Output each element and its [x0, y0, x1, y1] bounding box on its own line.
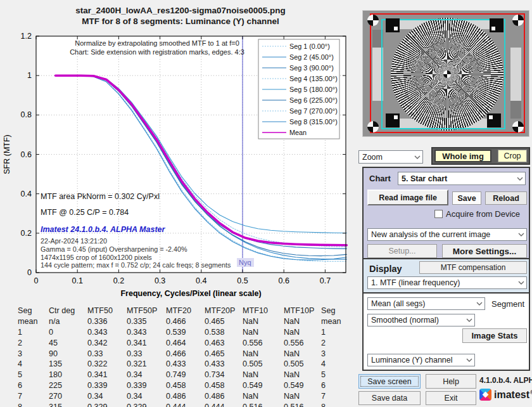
- table-cell: 1: [18, 327, 49, 338]
- segment-select[interactable]: Mean (all segs): [367, 297, 485, 310]
- legend-label: Seg 3 (90.00°): [289, 64, 334, 72]
- y-tick-label: 1: [27, 71, 32, 80]
- analysis-detail: 1474x1195 crop of 1600x1200 pixels: [41, 254, 152, 261]
- x-tick-label: 0.5: [237, 276, 248, 285]
- table-cell: 0.343: [127, 327, 166, 338]
- save-screen-button[interactable]: Save screen: [358, 374, 421, 389]
- table-cell: 0.321: [127, 359, 166, 370]
- display-panel: Display MTF compensation 1. MTF (linear …: [362, 259, 530, 294]
- table-cell: 0.343: [87, 327, 127, 338]
- x-tick-label: 0.4: [196, 276, 206, 285]
- table-header-cell: Seg: [321, 306, 346, 316]
- table-cell: 0.433: [166, 359, 205, 370]
- corner-fiducial-icon: [512, 15, 524, 26]
- registration-mark: [386, 18, 400, 32]
- legend-label: Seg 8 (315.00°): [289, 118, 338, 126]
- table-row: 3900.330.330.4660.465NaNNaN3: [18, 348, 346, 359]
- image-stats-button[interactable]: Image Stats: [462, 328, 527, 343]
- table-row: 100.3430.3430.5390.538NaNNaN1: [18, 327, 346, 338]
- table-row: 83150.3290.3290.4440.4440.5160.5168: [18, 401, 346, 407]
- y-tick-label: 0.8: [21, 110, 32, 119]
- display-mode-select[interactable]: 1. MTF (linear frequency): [367, 276, 527, 289]
- table-row: 2450.3420.3410.4640.4630.5560.5562: [18, 337, 346, 348]
- table-cell: 0.556: [243, 337, 284, 348]
- chevron-down-icon: [515, 177, 525, 181]
- table-cell: mean: [321, 316, 346, 327]
- table-cell: mean: [18, 316, 49, 327]
- table-cell: 0.466: [166, 348, 205, 359]
- analysis-mode-select[interactable]: New analysis of the current image: [367, 228, 527, 241]
- table-cell: 0.466: [166, 316, 205, 327]
- table-cell: NaN: [243, 327, 284, 338]
- table-cell: 0.329: [87, 401, 127, 407]
- table-cell: 1: [321, 327, 346, 338]
- read-image-file-button[interactable]: Read image file: [367, 190, 448, 205]
- table-cell: 315: [49, 401, 87, 407]
- registration-mark: [487, 113, 501, 127]
- table-cell: 0.486: [166, 391, 205, 401]
- table-cell: 0.539: [166, 327, 205, 338]
- table-cell: 6: [321, 380, 346, 391]
- table-cell: 270: [49, 391, 87, 401]
- save-data-button[interactable]: Save data: [358, 391, 421, 405]
- normalize-note: Normalize by extrapolating smoothed MTF …: [75, 39, 239, 47]
- table-cell: NaN: [243, 370, 284, 380]
- table-cell: 0.556: [284, 337, 321, 348]
- legend-label: Seg 7 (270.00°): [289, 107, 338, 115]
- table-cell: 5: [321, 370, 346, 380]
- more-settings-button[interactable]: More Settings...: [442, 244, 527, 258]
- table-cell: 0.465: [205, 348, 243, 359]
- table-cell: NaN: [284, 327, 321, 338]
- table-cell: 45: [49, 337, 87, 348]
- table-cell: 0.458: [205, 380, 243, 391]
- table-cell: 0.444: [166, 401, 205, 407]
- table-cell: 0.505: [243, 359, 284, 370]
- table-cell: 0.34: [127, 391, 166, 401]
- chart-type-select[interactable]: 5. Star chart: [398, 172, 526, 185]
- zoom-select[interactable]: Zoom: [358, 150, 423, 164]
- smoothing-select[interactable]: Smoothed (normal): [367, 314, 475, 326]
- analysis-detail: 144 cycle pattern; max f = 0.752 c/p; 24…: [41, 261, 231, 269]
- acquire-from-device-checkbox[interactable]: [434, 210, 443, 218]
- table-cell: 0.339: [87, 380, 127, 391]
- mtf-chart: 00.10.20.30.40.50.60.700.20.40.60.811.2F…: [0, 0, 355, 304]
- mtf-results-table: SegCtr degMTF50MTF50PMTF20MTF20PMTF10MTF…: [18, 306, 346, 407]
- table-cell: 0.734: [205, 370, 243, 380]
- table-cell: NaN: [243, 391, 284, 401]
- chevron-down-icon: [464, 358, 474, 362]
- table-cell: NaN: [284, 316, 321, 327]
- x-tick-label: 0.7: [320, 276, 331, 285]
- table-row: 41350.3220.3210.4330.4330.5050.5054: [18, 359, 346, 370]
- corner-fiducial-icon: [367, 121, 379, 132]
- imatest-brand: imatest ®: [479, 389, 532, 401]
- chevron-down-icon: [464, 318, 474, 322]
- exit-button[interactable]: Exit: [426, 391, 476, 405]
- x-tick-label: 0.3: [155, 276, 165, 285]
- table-cell: 4: [321, 359, 346, 370]
- table-cell: 8: [18, 401, 49, 407]
- setup-button[interactable]: Setup...: [367, 244, 437, 258]
- table-header-cell: MTF10P: [284, 306, 321, 316]
- table-row: 72700.340.340.4860.486NaNNaN7: [18, 391, 346, 401]
- help-button[interactable]: Help: [426, 374, 476, 389]
- mtf-compensation-button[interactable]: MTF compensation: [419, 261, 527, 274]
- mtf-figure: star_2400H_lowAA_res1200-sigma07noise000…: [0, 0, 355, 304]
- reload-button[interactable]: Reload: [485, 191, 527, 205]
- table-row: meann/a0.3360.3350.4660.465NaNNaNmean: [18, 316, 346, 327]
- save-button[interactable]: Save: [452, 191, 481, 205]
- table-header-cell: Ctr deg: [49, 306, 87, 316]
- channel-select[interactable]: Luminance (Y) channel: [367, 354, 475, 366]
- table-cell: 2: [18, 337, 49, 348]
- table-cell: NaN: [284, 348, 321, 359]
- table-cell: 6: [18, 380, 49, 391]
- display-label: Display: [369, 264, 402, 274]
- table-cell: 0.342: [87, 337, 127, 348]
- star-chart-thumbnail[interactable]: [362, 10, 529, 137]
- table-cell: 0.505: [284, 359, 321, 370]
- x-tick-label: 0: [34, 276, 39, 285]
- table-cell: 0.749: [166, 370, 205, 380]
- crop-button[interactable]: Crop: [498, 150, 527, 162]
- table-row: 62250.3390.3390.4580.4580.5490.5496: [18, 380, 346, 391]
- table-cell: 0.335: [127, 316, 166, 327]
- whole-img-button[interactable]: Whole img: [434, 150, 491, 162]
